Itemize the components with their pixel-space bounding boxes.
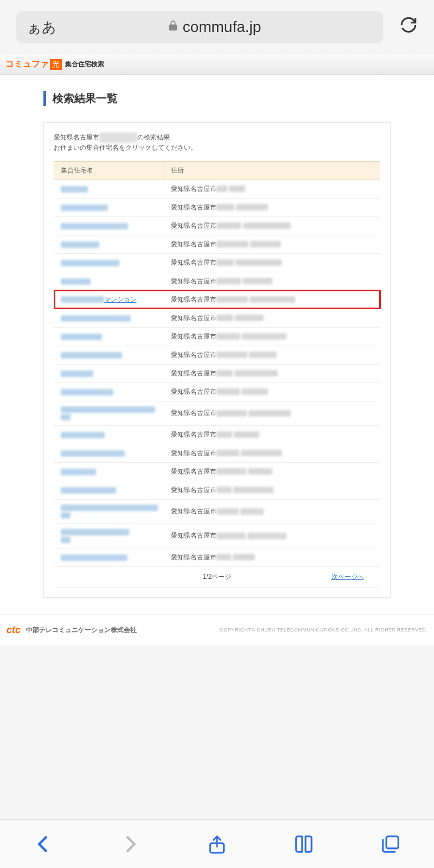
browser-toolbar (0, 819, 434, 868)
building-name-link[interactable]: x (61, 314, 131, 322)
building-name-link[interactable]: xx (61, 504, 158, 519)
table-row: x愛知県名古屋市x x (54, 216, 380, 235)
building-name-link[interactable]: xxxxマンション (61, 296, 137, 303)
bookmarks-icon[interactable] (292, 832, 316, 856)
building-name-link[interactable]: x (61, 259, 119, 266)
building-address: 愛知県名古屋市x x (164, 290, 380, 309)
site-footer: ctc 中部テレコミュニケーション株式会社 COPYRIGHT© CHUBU T… (0, 614, 434, 646)
table-row: x愛知県名古屋市x x (54, 327, 380, 346)
building-name-link[interactable]: x (61, 240, 99, 248)
table-row: x愛知県名古屋市x x (54, 346, 380, 364)
building-name-link[interactable]: x (61, 277, 91, 285)
table-row: x愛知県名古屋市x x (54, 198, 380, 216)
table-row: x愛知県名古屋市x x (54, 272, 380, 290)
building-address: 愛知県名古屋市x x (164, 346, 380, 364)
table-header-address: 住所 (164, 161, 380, 180)
table-row: x愛知県名古屋市x x (54, 180, 380, 198)
results-panel: 愛知県名古屋市xxxxxの検索結果 お住まいの集合住宅名をクリックしてください。… (43, 122, 391, 598)
building-name-link[interactable]: x (61, 369, 93, 377)
table-row: x愛知県名古屋市x x (54, 462, 380, 481)
page-content: コミュファ光 集合住宅検索 検索結果一覧 愛知県名古屋市xxxxxの検索結果 お… (0, 54, 434, 646)
building-name-link[interactable]: x (61, 388, 113, 395)
table-row: x愛知県名古屋市x x (54, 309, 380, 327)
building-name-link[interactable]: x (61, 203, 108, 211)
svg-rect-1 (386, 836, 398, 848)
building-address: 愛知県名古屋市x x (164, 235, 380, 253)
table-row: xx愛知県名古屋市x x (54, 524, 380, 548)
building-address: 愛知県名古屋市x x (164, 444, 380, 462)
forward-icon (118, 832, 142, 856)
building-name-link[interactable]: x (61, 449, 125, 457)
building-address: 愛知県名古屋市x x (164, 481, 380, 499)
building-name-link[interactable]: x (61, 553, 127, 561)
building-address: 愛知県名古屋市x x (164, 462, 380, 481)
reload-icon[interactable] (399, 15, 418, 40)
table-row: x愛知県名古屋市x x (54, 425, 380, 444)
building-name-link[interactable]: x (61, 468, 96, 475)
site-header: コミュファ光 集合住宅検索 (0, 54, 434, 75)
building-address: 愛知県名古屋市x x (164, 198, 380, 216)
building-address: 愛知県名古屋市x x (164, 364, 380, 382)
building-address: 愛知県名古屋市x x (164, 499, 380, 524)
building-name-link[interactable]: x (61, 185, 88, 193)
text-size-control[interactable]: ぁあ (27, 18, 56, 37)
building-name-link[interactable]: x (61, 222, 128, 229)
url-domain: commufa.jp (183, 18, 261, 36)
building-name-link[interactable]: x (61, 431, 105, 438)
building-address: 愛知県名古屋市x x (164, 548, 380, 566)
logo-text: コミュファ (5, 59, 49, 70)
table-row: xx愛知県名古屋市x x (54, 499, 380, 524)
building-address: 愛知県名古屋市x x (164, 524, 380, 548)
building-address: 愛知県名古屋市x x (164, 253, 380, 272)
building-name-link[interactable]: x (61, 486, 116, 494)
lock-icon (168, 20, 178, 35)
table-header-name: 集合住宅名 (54, 161, 164, 180)
header-sublabel: 集合住宅検索 (65, 60, 104, 69)
ctc-logo: ctc (7, 624, 21, 636)
table-row: x愛知県名古屋市x x (54, 235, 380, 253)
browser-url-bar: ぁあ commufa.jp (0, 0, 434, 54)
results-table: 集合住宅名 住所 x愛知県名古屋市x xx愛知県名古屋市x xx愛知県名古屋市x… (54, 161, 380, 588)
pager-current: 1/2ページ (203, 573, 232, 580)
building-address: 愛知県名古屋市x x (164, 382, 380, 401)
table-row: xx愛知県名古屋市x x (54, 401, 380, 425)
building-address: 愛知県名古屋市x x (164, 309, 380, 327)
back-icon[interactable] (31, 832, 55, 856)
pager-cell: 1/2ページ 次ページへ (54, 566, 380, 587)
logo-badge: 光 (50, 59, 62, 70)
building-address: 愛知県名古屋市x x (164, 327, 380, 346)
footer-company: 中部テレコミュニケーション株式会社 (26, 626, 137, 635)
building-address: 愛知県名古屋市x x (164, 425, 380, 444)
table-row: x愛知県名古屋市x x (54, 481, 380, 499)
intro-line-1: 愛知県名古屋市xxxxxの検索結果 (54, 132, 380, 143)
page-title: 検索結果一覧 (43, 91, 391, 106)
table-row: x愛知県名古屋市x x (54, 364, 380, 382)
share-icon[interactable] (205, 832, 229, 856)
building-address: 愛知県名古屋市x x (164, 216, 380, 235)
building-name-link[interactable]: xx (61, 528, 129, 544)
building-address: 愛知県名古屋市x x (164, 272, 380, 290)
url-box[interactable]: ぁあ commufa.jp (16, 11, 383, 43)
building-name-link[interactable]: xx (61, 406, 155, 421)
copyright: COPYRIGHT© CHUBU TELECOMMUNICATIONS CO.,… (220, 627, 427, 633)
building-name-link[interactable]: x (61, 333, 102, 340)
building-address: 愛知県名古屋市x x (164, 401, 380, 425)
building-address: 愛知県名古屋市x x (164, 180, 380, 198)
building-name-link[interactable]: x (61, 351, 122, 359)
intro-line-2: お住まいの集合住宅名をクリックしてください。 (54, 143, 380, 153)
table-row: x愛知県名古屋市x x (54, 253, 380, 272)
next-page-link[interactable]: 次ページへ (331, 572, 364, 582)
table-row: x愛知県名古屋市x x (54, 548, 380, 566)
table-row: x愛知県名古屋市x x (54, 382, 380, 401)
table-row: x愛知県名古屋市x x (54, 444, 380, 462)
tabs-icon[interactable] (379, 832, 403, 856)
table-row: xxxxマンション愛知県名古屋市x x (54, 290, 380, 309)
